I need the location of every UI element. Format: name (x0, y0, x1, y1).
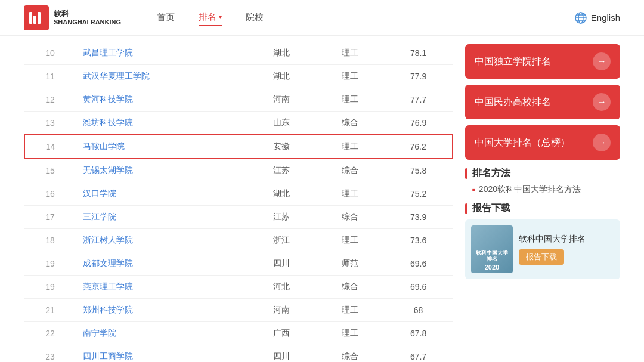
table-row: 19 燕京理工学院 河北 综合 69.6 (24, 276, 453, 299)
school-name-cell[interactable]: 马鞍山学院 (76, 135, 247, 159)
rank-cell: 11 (24, 65, 76, 88)
province-cell: 江苏 (247, 159, 315, 182)
score-cell: 75.8 (384, 159, 453, 182)
table-row: 14 马鞍山学院 安徽 理工 76.2 (24, 135, 453, 159)
rank-cell: 22 (24, 322, 76, 345)
report-title: 软科中国大学排名 (519, 234, 614, 245)
nav-ranking-label: 排名 (199, 11, 216, 23)
ranking-method-title: 排名方法 (465, 167, 620, 180)
province-cell: 河北 (247, 276, 315, 299)
ranking-method-link[interactable]: 2020软科中国大学排名方法 (472, 184, 620, 195)
school-name-cell[interactable]: 浙江树人学院 (76, 229, 247, 252)
sidebar-card-overall[interactable]: 中国大学排名（总榜） → (465, 125, 620, 160)
school-name-cell[interactable]: 武汉华夏理工学院 (76, 65, 247, 88)
nav-school[interactable]: 院校 (246, 10, 264, 26)
table-row: 16 汉口学院 湖北 理工 75.2 (24, 182, 453, 206)
svg-rect-1 (33, 16, 36, 24)
table-row: 15 无锡太湖学院 江苏 综合 75.8 (24, 159, 453, 182)
school-name-cell[interactable]: 潍坊科技学院 (76, 112, 247, 135)
logo[interactable]: 软科 SHANGHAI RANKING (24, 5, 121, 30)
type-cell: 理工 (315, 88, 384, 112)
report-year: 2020 (485, 264, 499, 271)
header-right: English (574, 11, 620, 24)
rank-cell: 10 (24, 42, 76, 65)
score-cell: 68 (384, 299, 453, 322)
table-row: 13 潍坊科技学院 山东 综合 76.9 (24, 112, 453, 135)
province-cell: 浙江 (247, 229, 315, 252)
type-cell: 综合 (315, 276, 384, 299)
school-name-cell[interactable]: 武昌理工学院 (76, 42, 247, 65)
school-name-cell[interactable]: 郑州科技学院 (76, 299, 247, 322)
globe-icon (574, 11, 587, 24)
school-name-cell[interactable]: 汉口学院 (76, 182, 247, 206)
nav: 首页 排名 ▾ 院校 (157, 9, 264, 26)
school-name-cell[interactable]: 黄河科技学院 (76, 88, 247, 112)
report-thumbnail: 软科中国大学排名 2020 (471, 225, 513, 273)
table-row: 10 武昌理工学院 湖北 理工 78.1 (24, 42, 453, 65)
school-name-cell[interactable]: 成都文理学院 (76, 252, 247, 276)
province-cell: 四川 (247, 345, 315, 363)
province-cell: 江苏 (247, 206, 315, 229)
logo-text: 软科 SHANGHAI RANKING (54, 9, 121, 26)
score-cell: 77.9 (384, 65, 453, 88)
score-cell: 78.1 (384, 42, 453, 65)
type-cell: 理工 (315, 42, 384, 65)
language-label[interactable]: English (591, 13, 620, 23)
rank-cell: 18 (24, 229, 76, 252)
school-name-cell[interactable]: 三江学院 (76, 206, 247, 229)
nav-home[interactable]: 首页 (157, 10, 175, 26)
rank-cell: 21 (24, 299, 76, 322)
table-row: 17 三江学院 江苏 综合 73.9 (24, 206, 453, 229)
province-cell: 安徽 (247, 135, 315, 159)
school-name-cell[interactable]: 四川工商学院 (76, 345, 247, 363)
sidebar-card-private[interactable]: 中国民办高校排名 → (465, 85, 620, 119)
report-download-title: 报告下载 (465, 202, 620, 215)
table-row: 19 成都文理学院 四川 师范 69.6 (24, 252, 453, 276)
sidebar-card-arrow-icon: → (593, 134, 611, 151)
type-cell: 师范 (315, 252, 384, 276)
type-cell: 综合 (315, 345, 384, 363)
type-cell: 综合 (315, 159, 384, 182)
rank-cell: 17 (24, 206, 76, 229)
school-name-cell[interactable]: 燕京理工学院 (76, 276, 247, 299)
rank-cell: 14 (24, 135, 76, 159)
school-name-cell[interactable]: 南宁学院 (76, 322, 247, 345)
svg-rect-0 (29, 12, 32, 24)
province-cell: 河南 (247, 88, 315, 112)
rank-cell: 19 (24, 276, 76, 299)
province-cell: 湖北 (247, 65, 315, 88)
type-cell: 理工 (315, 322, 384, 345)
nav-ranking-chevron: ▾ (219, 14, 222, 20)
sidebar-card-label: 中国独立学院排名 (475, 55, 551, 68)
report-download-button[interactable]: 报告下载 (519, 249, 564, 265)
rank-cell: 19 (24, 252, 76, 276)
main-content: 10 武昌理工学院 湖北 理工 78.1 11 武汉华夏理工学院 湖北 理工 7… (0, 36, 644, 362)
score-cell: 75.2 (384, 182, 453, 206)
svg-rect-2 (38, 12, 41, 24)
school-name-cell[interactable]: 无锡太湖学院 (76, 159, 247, 182)
type-cell: 理工 (315, 65, 384, 88)
ranking-table: 10 武昌理工学院 湖北 理工 78.1 11 武汉华夏理工学院 湖北 理工 7… (24, 42, 453, 362)
score-cell: 69.6 (384, 252, 453, 276)
logo-text-en: SHANGHAI RANKING (54, 18, 121, 26)
score-cell: 73.9 (384, 206, 453, 229)
type-cell: 理工 (315, 182, 384, 206)
nav-ranking[interactable]: 排名 ▾ (199, 9, 222, 26)
table-row: 21 郑州科技学院 河南 理工 68 (24, 299, 453, 322)
type-cell: 理工 (315, 135, 384, 159)
logo-text-cn: 软科 (54, 9, 121, 18)
sidebar-card-arrow-icon: → (593, 93, 611, 111)
sidebar-card-independent[interactable]: 中国独立学院排名 → (465, 44, 620, 79)
sidebar-card-label: 中国大学排名（总榜） (475, 137, 570, 149)
type-cell: 理工 (315, 299, 384, 322)
score-cell: 76.2 (384, 135, 453, 159)
type-cell: 理工 (315, 229, 384, 252)
sidebar-card-arrow-icon: → (593, 52, 611, 70)
province-cell: 山东 (247, 112, 315, 135)
province-cell: 广西 (247, 322, 315, 345)
type-cell: 综合 (315, 206, 384, 229)
rank-cell: 12 (24, 88, 76, 112)
rank-cell: 15 (24, 159, 76, 182)
province-cell: 四川 (247, 252, 315, 276)
table-row: 22 南宁学院 广西 理工 67.8 (24, 322, 453, 345)
